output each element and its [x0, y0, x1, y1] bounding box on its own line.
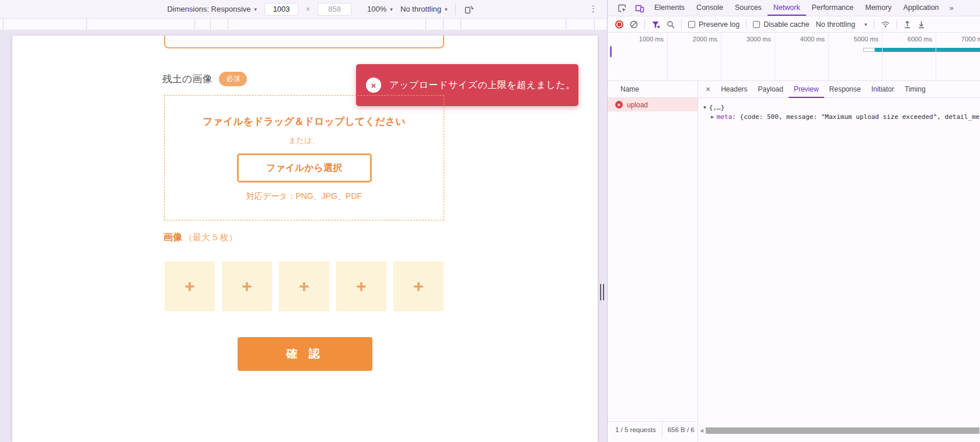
overview-selection-marker [610, 46, 612, 57]
devtools-resizer-handle[interactable] [600, 284, 604, 300]
request-rows: ×upload [608, 98, 697, 111]
preserve-log-checkbox[interactable] [688, 21, 695, 28]
media-query-marker [210, 19, 211, 30]
toolbar-divider [874, 19, 874, 30]
device-mode-canvas: 残土の画像 必須 × アップロードサイズの上限を超えました。 ファイルをドラッグ… [0, 30, 607, 442]
dimensions-select[interactable]: Dimensions: Responsive ▾ [167, 5, 257, 13]
image-upload-slot[interactable]: + [336, 261, 386, 311]
images-section-label: 画像 （最大 5 枚） [163, 231, 238, 244]
disable-cache-control[interactable]: Disable cache [753, 20, 810, 29]
image-upload-slot[interactable]: + [279, 261, 329, 311]
image-upload-slot[interactable]: + [393, 261, 444, 311]
throttling-select[interactable]: No throttling ▾ [400, 5, 448, 13]
scrollbar-thumb[interactable] [706, 427, 979, 434]
toolbar-divider [455, 4, 456, 15]
viewport-height-input[interactable] [318, 3, 351, 16]
timeline-tick-label: 1000 ms [623, 36, 664, 43]
preview-tree: ▼{,…} ▶meta: {code: 500, message: "Maxim… [698, 98, 980, 121]
preview-meta-value: : {code: 500, message: "Maximum upload s… [732, 113, 979, 121]
devtools-panel: ElementsConsoleSourcesNetworkPerformance… [607, 0, 980, 442]
timeline-gridline [882, 33, 883, 80]
request-downloading-bar [875, 48, 980, 52]
timeline-tick-label: 7000 ms [945, 36, 980, 43]
confirm-button[interactable]: 確 認 [238, 337, 372, 371]
preview-root-node[interactable]: ▼{,…} [703, 104, 980, 112]
search-icon[interactable] [667, 20, 675, 29]
network-request-row[interactable]: ×upload [608, 98, 697, 111]
timeline-tick-label: 3000 ms [730, 36, 771, 43]
emulated-page: 残土の画像 必須 × アップロードサイズの上限を超えました。 ファイルをドラッグ… [12, 36, 598, 442]
detail-tab-payload[interactable]: Payload [753, 81, 789, 98]
more-tabs-chevron-icon[interactable]: » [945, 3, 958, 12]
devtools-tab-elements[interactable]: Elements [648, 0, 690, 16]
preserve-log-control[interactable]: Preserve log [688, 20, 740, 29]
dimensions-times-separator: × [306, 5, 310, 13]
preview-meta-node[interactable]: ▶meta: {code: 500, message: "Maximum upl… [703, 113, 980, 121]
media-query-marker [594, 19, 595, 30]
chevron-down-icon: ▾ [864, 22, 867, 27]
dropzone-title: ファイルをドラッグ＆ドロップしてください [165, 115, 444, 128]
chevron-down-icon: ▾ [254, 6, 257, 12]
device-toolbar-more-icon[interactable]: ⋮ [589, 3, 598, 14]
devtools-tab-application[interactable]: Application [897, 0, 944, 16]
detail-tab-initiator[interactable]: Initiator [866, 81, 899, 98]
viewport-width-input[interactable] [264, 3, 298, 16]
text-field-partial[interactable] [164, 36, 444, 48]
transferred-size-summary: 656 B / 6 [662, 422, 695, 438]
disable-cache-label: Disable cache [763, 20, 810, 29]
network-main-split: Name ×upload 1 / 5 requests 656 B / 6 × … [608, 81, 980, 442]
tree-collapsed-icon: ▶ [711, 114, 714, 120]
zoom-value: 100% [367, 5, 386, 13]
filter-icon[interactable] [651, 20, 660, 29]
zoom-select[interactable]: 100% ▾ [367, 5, 393, 13]
devtools-tab-memory[interactable]: Memory [859, 0, 897, 16]
timeline-tick-label: 4000 ms [784, 36, 825, 43]
devtools-tab-network[interactable]: Network [768, 0, 806, 16]
network-conditions-icon[interactable] [881, 20, 890, 29]
detail-tab-preview[interactable]: Preview [789, 81, 824, 98]
media-query-marker [426, 19, 426, 30]
preserve-log-label: Preserve log [699, 20, 740, 29]
image-upload-slot[interactable]: + [165, 261, 215, 311]
disable-cache-checkbox[interactable] [753, 21, 760, 28]
supported-formats-text: 対応データ：PNG、JPG、PDF [165, 191, 444, 202]
inspect-element-icon[interactable] [618, 3, 627, 13]
toggle-device-toolbar-icon[interactable] [635, 3, 644, 13]
export-har-icon[interactable] [918, 20, 925, 29]
record-network-log-icon[interactable] [615, 20, 623, 29]
detail-tab-headers[interactable]: Headers [716, 81, 752, 98]
detail-tab-timing[interactable]: Timing [899, 81, 931, 98]
media-query-marker [86, 19, 87, 30]
file-select-button[interactable]: ファイルから選択 [237, 153, 372, 183]
image-upload-slot[interactable]: + [222, 261, 272, 311]
media-query-bar [0, 19, 607, 30]
import-har-icon[interactable] [904, 20, 911, 29]
dimensions-label: Dimensions: Responsive [167, 5, 250, 13]
timeline-tick-label: 6000 ms [891, 36, 932, 43]
media-query-marker [443, 19, 444, 30]
device-toolbar: Dimensions: Responsive ▾ × 100% ▾ No thr… [0, 0, 607, 19]
device-viewport-area: Dimensions: Responsive ▾ × 100% ▾ No thr… [0, 0, 607, 442]
close-detail-icon[interactable]: × [706, 85, 710, 94]
network-throttling-select[interactable]: No throttling ▾ [816, 20, 867, 29]
scroll-left-arrow-icon[interactable]: ◀ [700, 428, 706, 433]
media-query-marker [194, 19, 195, 30]
clear-network-log-icon[interactable] [630, 20, 638, 29]
detail-tab-response[interactable]: Response [824, 81, 866, 98]
error-circle-icon: × [366, 78, 381, 93]
file-dropzone[interactable]: ファイルをドラッグ＆ドロップしてください または、 ファイルから選択 対応データ… [164, 95, 444, 220]
timeline-tick-label: 5000 ms [838, 36, 878, 43]
rotate-viewport-icon[interactable] [463, 4, 474, 15]
devtools-tab-sources[interactable]: Sources [729, 0, 768, 16]
horizontal-scrollbar[interactable]: ◀ [700, 427, 979, 434]
network-overview-timeline[interactable]: 1000 ms2000 ms3000 ms4000 ms5000 ms6000 … [608, 33, 980, 81]
screen: Dimensions: Responsive ▾ × 100% ▾ No thr… [0, 0, 980, 442]
name-column-header[interactable]: Name [608, 81, 697, 98]
devtools-tab-performance[interactable]: Performance [806, 0, 860, 16]
images-max-hint: （最大 5 枚） [184, 232, 238, 243]
devtools-tab-console[interactable]: Console [690, 0, 729, 16]
timeline-tick-label: 2000 ms [676, 36, 717, 43]
network-throttling-value: No throttling [816, 20, 855, 29]
request-name: upload [627, 101, 648, 109]
network-status-bar: 1 / 5 requests 656 B / 6 [608, 421, 697, 438]
